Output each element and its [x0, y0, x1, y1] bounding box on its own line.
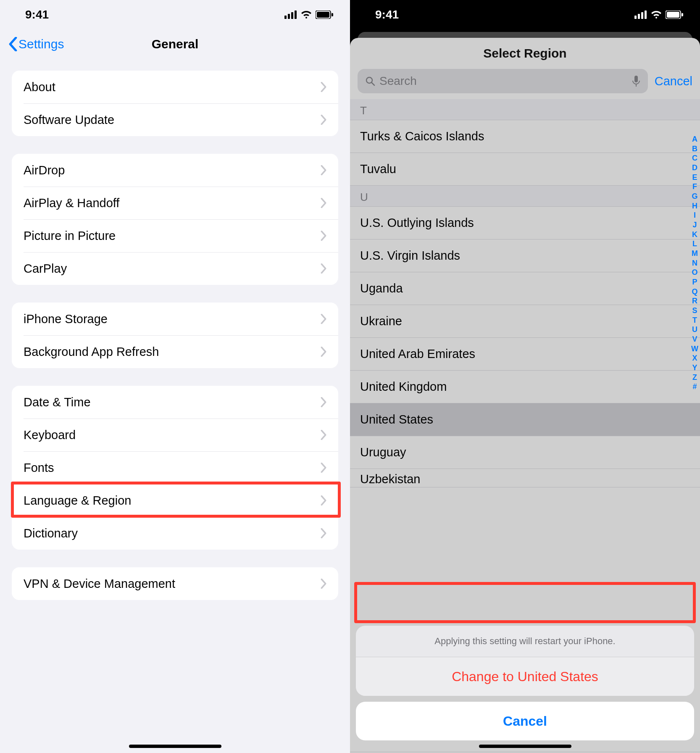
settings-group: AirDropAirPlay & HandoffPicture in Pictu… — [12, 154, 338, 285]
settings-row[interactable]: Language & Region — [12, 484, 338, 517]
index-letter[interactable]: E — [691, 173, 698, 182]
mic-icon[interactable] — [632, 76, 640, 87]
settings-group: iPhone StorageBackground App Refresh — [12, 303, 338, 368]
select-region-sheet: Select Region Search Cancel TTurks & Cai… — [350, 38, 700, 753]
chevron-right-icon — [321, 463, 326, 473]
row-label: AirDrop — [24, 163, 65, 177]
back-label: Settings — [18, 37, 64, 51]
settings-row[interactable]: iPhone Storage — [12, 303, 338, 335]
row-label: Software Update — [24, 113, 114, 127]
home-indicator[interactable] — [479, 745, 571, 748]
search-row: Search Cancel — [350, 69, 700, 99]
list-item[interactable]: Ukraine — [350, 305, 700, 338]
index-letter[interactable]: A — [691, 134, 698, 144]
settings-row[interactable]: Dictionary — [12, 517, 338, 550]
row-label: AirPlay & Handoff — [24, 196, 119, 210]
chevron-right-icon — [321, 165, 326, 175]
index-letter[interactable]: Z — [691, 373, 698, 382]
list-item[interactable]: United Arab Emirates — [350, 338, 700, 371]
status-icons — [634, 11, 683, 19]
index-letter[interactable]: W — [691, 344, 698, 354]
index-letter[interactable]: O — [691, 268, 698, 277]
settings-group: VPN & Device Management — [12, 567, 338, 600]
region-list[interactable]: TTurks & Caicos IslandsTuvaluUU.S. Outly… — [350, 99, 700, 487]
index-letter[interactable]: D — [691, 163, 698, 173]
chevron-right-icon — [321, 579, 326, 589]
settings-row[interactable]: Background App Refresh — [12, 335, 338, 368]
index-letter[interactable]: F — [691, 182, 698, 192]
page-title: General — [152, 37, 199, 51]
confirm-change-button[interactable]: Change to United States — [356, 657, 694, 696]
index-letter[interactable]: G — [691, 192, 698, 201]
action-cancel-button[interactable]: Cancel — [356, 702, 694, 740]
highlight-change-button — [354, 582, 696, 623]
status-bar: 9:41 — [0, 0, 350, 29]
list-item[interactable]: Uganda — [350, 272, 700, 305]
index-letter[interactable]: X — [691, 353, 698, 363]
list-item[interactable]: U.S. Virgin Islands — [350, 240, 700, 272]
row-label: Dictionary — [24, 527, 78, 540]
row-label: Keyboard — [24, 428, 76, 442]
settings-row[interactable]: VPN & Device Management — [12, 567, 338, 600]
index-letter[interactable]: L — [691, 239, 698, 249]
index-letter[interactable]: S — [691, 306, 698, 316]
index-letter[interactable]: Q — [691, 287, 698, 297]
left-phone: 9:41 Settings General AboutSoftware Upda… — [0, 0, 350, 753]
row-label: iPhone Storage — [24, 312, 108, 326]
list-item[interactable]: Tuvalu — [350, 153, 700, 186]
back-button[interactable]: Settings — [8, 37, 64, 51]
index-letter[interactable]: P — [691, 277, 698, 287]
row-label: Background App Refresh — [24, 345, 159, 359]
list-item[interactable]: U.S. Outlying Islands — [350, 207, 700, 240]
svg-rect-16 — [634, 76, 638, 82]
index-bar[interactable]: ABCDEFGHIJKLMNOPQRSTUVWXYZ# — [691, 134, 698, 392]
index-letter[interactable]: V — [691, 334, 698, 344]
svg-rect-3 — [295, 11, 297, 19]
search-input[interactable]: Search — [358, 69, 648, 93]
settings-row[interactable]: Software Update — [12, 103, 338, 136]
wifi-icon — [650, 11, 662, 19]
settings-row[interactable]: CarPlay — [12, 252, 338, 285]
svg-rect-1 — [288, 14, 290, 19]
svg-rect-12 — [667, 12, 679, 18]
index-letter[interactable]: H — [691, 201, 698, 211]
cellular-icon — [634, 11, 647, 19]
index-letter[interactable]: R — [691, 296, 698, 306]
index-letter[interactable]: # — [691, 382, 698, 392]
list-item[interactable]: United Kingdom — [350, 371, 700, 403]
index-letter[interactable]: T — [691, 316, 698, 325]
list-item[interactable]: Uzbekistan — [350, 469, 700, 487]
status-bar: 9:41 — [350, 0, 700, 29]
home-indicator[interactable] — [129, 745, 221, 748]
chevron-left-icon — [8, 37, 18, 51]
index-letter[interactable]: N — [691, 258, 698, 268]
section-header: U — [350, 186, 700, 207]
search-cancel-button[interactable]: Cancel — [655, 74, 692, 88]
index-letter[interactable]: K — [691, 230, 698, 240]
svg-line-15 — [371, 82, 374, 85]
index-letter[interactable]: I — [691, 211, 698, 220]
settings-group: Date & TimeKeyboardFontsLanguage & Regio… — [12, 386, 338, 550]
settings-row[interactable]: Keyboard — [12, 419, 338, 451]
settings-row[interactable]: Picture in Picture — [12, 219, 338, 252]
index-letter[interactable]: J — [691, 220, 698, 230]
row-label: Fonts — [24, 461, 54, 475]
index-letter[interactable]: U — [691, 325, 698, 334]
index-letter[interactable]: C — [691, 153, 698, 163]
index-letter[interactable]: Y — [691, 363, 698, 373]
chevron-right-icon — [321, 231, 326, 241]
settings-row[interactable]: Date & Time — [12, 386, 338, 419]
list-item[interactable]: Uruguay — [350, 436, 700, 469]
index-letter[interactable]: B — [691, 144, 698, 154]
row-label: Date & Time — [24, 395, 91, 409]
settings-row[interactable]: AirPlay & Handoff — [12, 187, 338, 219]
settings-row[interactable]: AirDrop — [12, 154, 338, 187]
list-item[interactable]: United States — [350, 403, 700, 436]
battery-icon — [666, 11, 683, 19]
svg-rect-2 — [291, 12, 293, 19]
settings-row[interactable]: About — [12, 71, 338, 103]
index-letter[interactable]: M — [691, 249, 698, 258]
row-label: About — [24, 80, 55, 94]
settings-row[interactable]: Fonts — [12, 451, 338, 484]
list-item[interactable]: Turks & Caicos Islands — [350, 120, 700, 153]
